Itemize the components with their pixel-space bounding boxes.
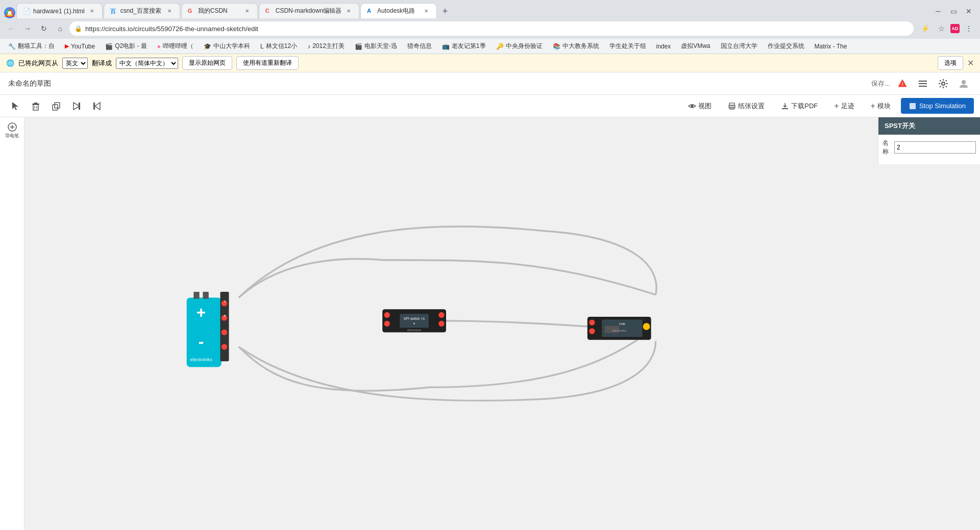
pointer-icon — [10, 101, 20, 111]
wire-tool-icon — [8, 122, 17, 132]
show-original-button[interactable]: 显示原始网页 — [182, 56, 232, 70]
tab-close-csnd[interactable]: ✕ — [165, 7, 174, 15]
battery-component: + - electroinks A B — [187, 292, 229, 367]
tab-favicon-autodesk: A — [367, 8, 374, 15]
minimize-button[interactable]: ─ — [931, 4, 945, 18]
panel-body: 名称 — [878, 135, 980, 164]
stop-sim-label: Stop Simulation — [919, 102, 966, 110]
translate-from-select[interactable]: 英文 — [62, 58, 88, 69]
svg-point-9 — [962, 80, 966, 84]
translation-close-button[interactable]: ✕ — [967, 58, 974, 68]
tab-csnd[interactable]: 百 csnd_百度搜索 ✕ — [104, 3, 180, 18]
alert-icon-button[interactable]: ! — [894, 75, 911, 92]
bookmark-button[interactable]: ☆ — [934, 21, 948, 36]
svg-text:electroinks: electroinks — [612, 329, 626, 332]
print-label: 纸张设置 — [738, 102, 765, 111]
list-icon-button[interactable] — [915, 75, 931, 92]
wire-tool[interactable]: 导电笔 — [3, 121, 21, 140]
download-button[interactable]: 下载PDF — [775, 98, 824, 114]
start-tool-button[interactable] — [67, 97, 86, 115]
bookmark-youtube[interactable]: ▶ YouTube — [61, 42, 99, 51]
tab-close-mycsdn[interactable]: ✕ — [243, 7, 251, 15]
bookmark-bilibili-icon: ● — [157, 43, 161, 50]
translate-to-select[interactable]: 中文（简体中文） — [116, 58, 178, 69]
tab-autodesk[interactable]: A Autodesk电路 ✕ — [360, 3, 437, 18]
tab-close-hardware[interactable]: ✕ — [88, 7, 96, 15]
reload-button[interactable]: ↻ — [37, 21, 51, 36]
svg-point-36 — [222, 344, 227, 349]
start-icon — [71, 101, 82, 111]
bookmark-vmware[interactable]: 虚拟VMwa — [677, 41, 714, 52]
options-button[interactable]: 选项 — [938, 56, 963, 70]
bookmark-matrix[interactable]: Matrix - The — [811, 42, 851, 51]
bookmark-taiwan[interactable]: 国立台湾大学 — [717, 41, 762, 52]
tab-favicon-csdn-markdown: C — [265, 8, 273, 15]
delete-icon — [31, 101, 41, 111]
back-button[interactable]: ← — [4, 21, 18, 36]
bookmark-shenfen[interactable]: 🔑 中央身份验证 — [492, 41, 547, 52]
bookmark-index[interactable]: index — [652, 42, 675, 51]
bookmark-zhongshan-label: 中山大学本科 — [213, 42, 250, 51]
bookmark-dytiantan-label: 电影天堂-迅 — [364, 42, 397, 51]
save-button[interactable]: 保存... — [871, 79, 890, 88]
window-controls: ─ ▭ ✕ — [931, 4, 976, 18]
end-tool-button[interactable] — [88, 97, 106, 115]
profile-icon — [959, 79, 969, 89]
bookmark-linwenxin[interactable]: L 林文信12小 — [256, 41, 301, 52]
bookmark-q2-label: Q2电影 - 最 — [115, 42, 147, 51]
bookmark-2012-icon: ♪ — [307, 43, 310, 50]
download-label: 下载PDF — [791, 102, 818, 111]
settings-icon-button[interactable] — [935, 75, 951, 92]
chrome-logo — [4, 7, 15, 18]
bookmark-dytiantan[interactable]: 🎬 电影天堂-迅 — [351, 41, 401, 52]
tab-title-hardware: hardware1 (1).html — [33, 8, 85, 15]
svg-rect-10 — [33, 105, 38, 110]
home-button[interactable]: ⌂ — [53, 21, 67, 36]
url-text: https://circuits.io/circuits/5590726-the… — [85, 25, 909, 33]
bookmark-tools[interactable]: 🔧 翻墙工具：自 — [4, 41, 59, 52]
print-icon — [728, 102, 736, 110]
tab-close-autodesk[interactable]: ✕ — [422, 7, 430, 15]
svg-rect-15 — [53, 105, 58, 110]
canvas-area[interactable]: + - electroinks A B — [24, 117, 980, 530]
bookmark-zuoye[interactable]: 作业提交系统 — [764, 41, 808, 52]
adblock-icon[interactable]: AD — [950, 24, 960, 33]
new-tab-button[interactable]: + — [438, 4, 452, 18]
pointer-tool-button[interactable] — [6, 97, 24, 115]
svg-rect-44 — [400, 314, 429, 327]
add-foot-button[interactable]: + 足迹 — [828, 98, 860, 114]
svg-point-51 — [643, 323, 650, 330]
duplicate-tool-button[interactable] — [47, 97, 65, 115]
bookmark-laoyouji[interactable]: 📺 老友记第1季 — [438, 41, 490, 52]
more-button[interactable]: ⋮ — [962, 21, 976, 36]
list-icon — [918, 79, 928, 89]
edit-toolbar-right: 视图 纸张设置 下载PDF + 足迹 — [682, 98, 974, 114]
tab-close-csdn-markdown[interactable]: ✕ — [345, 7, 353, 15]
bookmark-jiaowu[interactable]: 📚 中大教务系统 — [549, 41, 603, 52]
svg-point-40 — [384, 312, 390, 318]
bookmark-2012[interactable]: ♪ 2012主打美 — [303, 41, 349, 52]
print-button[interactable]: 纸张设置 — [722, 98, 771, 114]
forward-button[interactable]: → — [20, 21, 35, 36]
bookmark-bilibili[interactable]: ● 哔哩哔哩（ — [153, 41, 198, 52]
close-button[interactable]: ✕ — [962, 4, 976, 18]
restore-button[interactable]: ▭ — [946, 4, 961, 18]
stop-simulation-button[interactable]: Stop Simulation — [901, 98, 974, 114]
delete-tool-button[interactable] — [27, 97, 45, 115]
bookmark-lieqi[interactable]: 猎奇信息 — [403, 41, 436, 52]
profile-icon-button[interactable] — [955, 75, 972, 92]
bookmark-xuesheng[interactable]: 学生处关于组 — [605, 41, 650, 52]
tab-hardware[interactable]: 📄 hardware1 (1).html ✕ — [16, 3, 103, 18]
bookmark-shenfen-icon: 🔑 — [496, 43, 504, 50]
alert-icon: ! — [897, 79, 908, 89]
bookmark-zhongshan[interactable]: 🎓 中山大学本科 — [200, 41, 254, 52]
address-field[interactable]: 🔒 https://circuits.io/circuits/5590726-t… — [69, 21, 914, 36]
bookmark-q2[interactable]: 🎬 Q2电影 - 最 — [101, 41, 151, 52]
tab-csdn-markdown[interactable]: C CSDN-markdown编辑器 ✕ — [259, 3, 359, 18]
panel-name-input[interactable] — [894, 141, 976, 154]
extensions-button[interactable]: ⚡ — [918, 21, 932, 36]
tab-mycsdn[interactable]: G 我的CSDN ✕ — [181, 3, 258, 18]
retranslate-button[interactable]: 使用有道重新翻译 — [236, 56, 299, 70]
view-button[interactable]: 视图 — [682, 98, 718, 114]
add-module-button[interactable]: + 模块 — [865, 98, 897, 114]
